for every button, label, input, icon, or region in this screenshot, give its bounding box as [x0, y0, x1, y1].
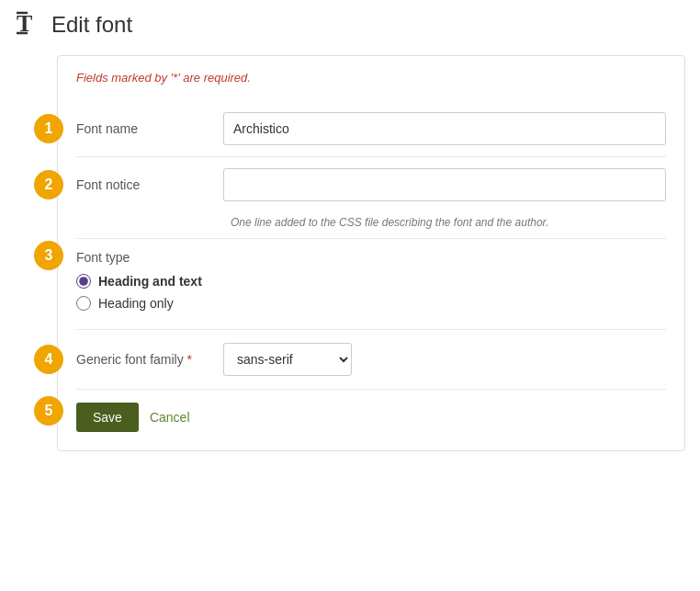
page-title: Edit font — [51, 12, 132, 38]
step-5-badge: 5 — [34, 396, 63, 426]
save-button[interactable]: Save — [76, 403, 139, 432]
required-star: * — [187, 352, 192, 367]
font-name-input[interactable] — [223, 112, 666, 145]
radio-heading-only-input[interactable] — [76, 296, 91, 311]
required-note: Fields marked by '*' are required. — [76, 71, 666, 85]
font-icon: T — [15, 9, 42, 40]
font-name-row: 1 Font name — [76, 101, 666, 157]
step-1-badge: 1 — [34, 114, 63, 143]
step-3-badge: 3 — [34, 241, 63, 270]
cancel-link[interactable]: Cancel — [150, 410, 190, 425]
radio-heading-only-label: Heading only — [98, 296, 174, 311]
font-type-section: 3 Font type Heading and text Heading onl… — [76, 239, 666, 330]
radio-heading-and-text-label: Heading and text — [98, 274, 202, 289]
step-2-badge: 2 — [34, 170, 63, 199]
font-notice-input[interactable] — [223, 168, 666, 201]
radio-heading-only[interactable]: Heading only — [76, 296, 666, 311]
font-notice-row: 2 Font notice — [76, 157, 666, 212]
step-4-badge: 4 — [34, 345, 63, 374]
generic-font-family-label: Generic font family * — [76, 352, 223, 367]
action-row: 5 Save Cancel — [76, 390, 666, 432]
radio-heading-and-text-input[interactable] — [76, 274, 91, 289]
generic-font-family-row: 4 Generic font family * sans-serif serif… — [76, 330, 666, 390]
form-card: Fields marked by '*' are required. 1 Fon… — [57, 55, 685, 451]
font-name-label: Font name — [76, 121, 223, 136]
font-type-label: Font type — [76, 250, 666, 265]
radio-heading-and-text[interactable]: Heading and text — [76, 274, 666, 289]
font-notice-helper: One line added to the CSS file describin… — [76, 216, 666, 239]
generic-font-family-select[interactable]: sans-serif serif monospace cursive fanta… — [223, 343, 352, 376]
font-notice-label: Font notice — [76, 177, 223, 192]
